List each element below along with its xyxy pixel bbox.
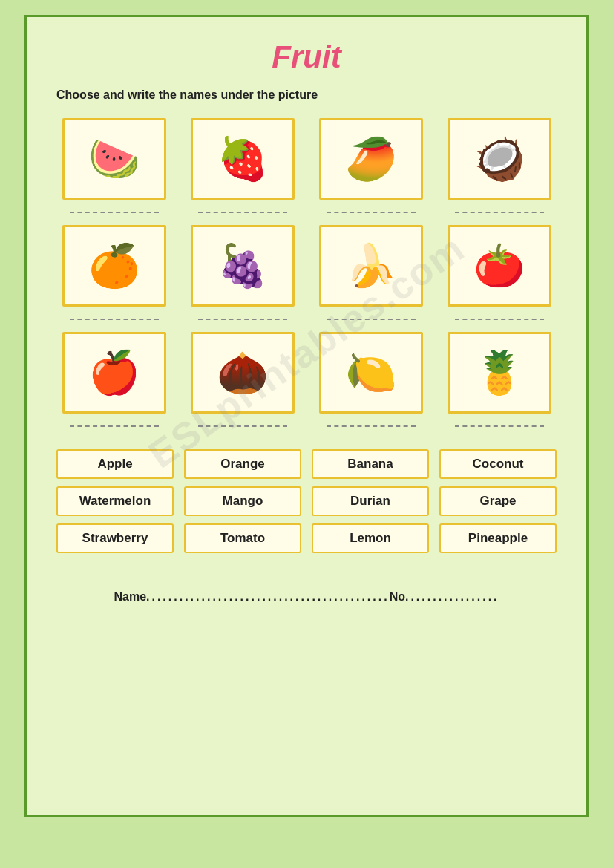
fruit-write-line-grape[interactable]: [198, 313, 287, 320]
word-chip-grape[interactable]: Grape: [439, 486, 557, 516]
fruit-cell-mango: 🥭: [313, 118, 428, 213]
fruit-cell-tomato: 🍅: [442, 225, 557, 320]
page-title: Fruit: [56, 39, 557, 75]
fruit-cell-pineapple: 🍍: [442, 332, 557, 427]
no-label: No: [390, 590, 405, 603]
fruit-cell-durian: 🌰: [185, 332, 300, 427]
word-bank-grid: AppleOrangeBananaCoconutWatermelonMangoD…: [56, 449, 557, 553]
word-chip-lemon[interactable]: Lemon: [312, 523, 429, 553]
word-chip-banana[interactable]: Banana: [312, 449, 429, 479]
fruit-image-pineapple: 🍍: [448, 332, 551, 414]
fruit-write-line-strawberry[interactable]: [198, 206, 287, 213]
word-chip-coconut[interactable]: Coconut: [439, 449, 557, 479]
fruit-write-line-mango[interactable]: [327, 206, 416, 213]
fruit-image-lemon: 🍋: [319, 332, 423, 414]
word-bank-section: AppleOrangeBananaCoconutWatermelonMangoD…: [56, 449, 557, 553]
fruit-image-watermelon: 🍉: [62, 118, 166, 200]
name-line: Name....................................…: [56, 590, 557, 604]
fruit-write-line-apple[interactable]: [70, 420, 159, 427]
fruit-cell-orange: 🍊: [56, 225, 171, 320]
name-dots: ........................................…: [146, 590, 390, 603]
word-chip-pineapple[interactable]: Pineapple: [439, 523, 557, 553]
word-chip-orange[interactable]: Orange: [184, 449, 301, 479]
name-label: Name: [114, 590, 146, 603]
fruit-grid: 🍉🍓🥭🥥🍊🍇🍌🍅🍎🌰🍋🍍: [56, 118, 557, 427]
word-chip-durian[interactable]: Durian: [312, 486, 429, 516]
fruit-cell-coconut: 🥥: [442, 118, 557, 213]
word-chip-watermelon[interactable]: Watermelon: [56, 486, 174, 516]
word-chip-strawberry[interactable]: Strawberry: [56, 523, 174, 553]
fruit-image-coconut: 🥥: [448, 118, 551, 200]
instructions-text: Choose and write the names under the pic…: [56, 88, 557, 102]
fruit-write-line-durian[interactable]: [198, 420, 287, 427]
fruit-write-line-orange[interactable]: [70, 313, 159, 320]
no-dots: .................: [405, 590, 499, 603]
page: Fruit Choose and write the names under t…: [24, 15, 589, 817]
fruit-write-line-tomato[interactable]: [455, 313, 544, 320]
fruit-cell-banana: 🍌: [313, 225, 428, 320]
fruit-write-line-coconut[interactable]: [455, 206, 544, 213]
fruit-image-mango: 🥭: [319, 118, 423, 200]
fruit-cell-grape: 🍇: [185, 225, 300, 320]
fruit-image-durian: 🌰: [191, 332, 295, 414]
fruit-image-tomato: 🍅: [448, 225, 551, 307]
fruit-write-line-banana[interactable]: [327, 313, 416, 320]
word-chip-apple[interactable]: Apple: [56, 449, 174, 479]
fruit-write-line-lemon[interactable]: [327, 420, 416, 427]
fruit-image-strawberry: 🍓: [191, 118, 295, 200]
fruit-write-line-watermelon[interactable]: [70, 206, 159, 213]
fruit-cell-watermelon: 🍉: [56, 118, 171, 213]
fruit-image-orange: 🍊: [62, 225, 166, 307]
fruit-cell-apple: 🍎: [56, 332, 171, 427]
word-chip-tomato[interactable]: Tomato: [184, 523, 301, 553]
word-chip-mango[interactable]: Mango: [184, 486, 301, 516]
fruit-cell-lemon: 🍋: [313, 332, 428, 427]
fruit-write-line-pineapple[interactable]: [455, 420, 544, 427]
fruit-image-apple: 🍎: [62, 332, 166, 414]
fruit-image-banana: 🍌: [319, 225, 423, 307]
fruit-image-grape: 🍇: [191, 225, 295, 307]
fruit-cell-strawberry: 🍓: [185, 118, 300, 213]
